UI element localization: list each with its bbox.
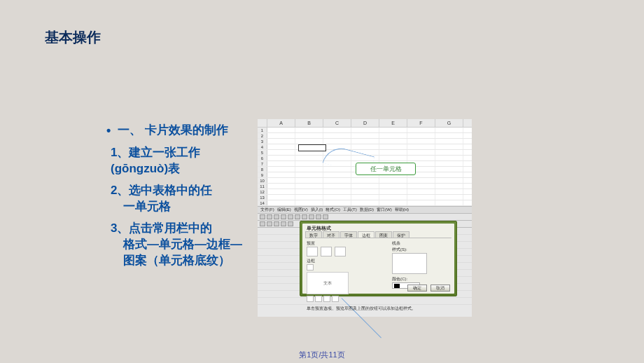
row-number: 10 xyxy=(258,178,267,183)
preset-none-icon xyxy=(307,247,318,256)
bullet-step-2: 2、选中表格中的任 一单元格 xyxy=(105,183,252,215)
border-btn-icon xyxy=(315,296,322,302)
cell-format-dialog: 单元格格式 数字 对齐 字体 边框 图案 保护 预置 xyxy=(300,221,457,296)
border-label: 边框 xyxy=(307,258,388,264)
menu-item: 工具(T) xyxy=(343,207,357,213)
border-btn-icon xyxy=(332,296,339,302)
toolbar-icon xyxy=(260,221,265,226)
toolbar-icon xyxy=(274,214,279,219)
row-number: 6 xyxy=(258,156,267,160)
col-header: B xyxy=(295,119,323,127)
toolbar-icon xyxy=(288,221,293,226)
line-style-list xyxy=(392,253,427,274)
slide-title: 基本操作 xyxy=(45,28,101,47)
preset-label: 预置 xyxy=(307,240,388,247)
border-btn-icon xyxy=(307,264,314,270)
dialog-tab-active: 边框 xyxy=(358,231,374,238)
col-header: A xyxy=(267,119,295,127)
row-number: 1 xyxy=(258,128,267,132)
color-label: 颜色(C): xyxy=(392,276,450,282)
menu-item: 文件(F) xyxy=(260,207,274,213)
line-label: 线条 xyxy=(392,240,450,247)
embedded-screenshot: A B C D E F G 1 2 3 4 5 6 7 8 9 10 11 12… xyxy=(258,119,472,317)
border-btn-icon xyxy=(323,296,330,302)
border-preview: 文本 xyxy=(307,272,349,294)
column-headers-row: A B C D E F G xyxy=(258,119,472,128)
toolbar xyxy=(258,214,472,221)
bullet-step-3: 3、点击常用栏中的 格式—单元格—边框—图案（单元格底纹） xyxy=(105,221,252,269)
toolbar-icon xyxy=(323,214,328,219)
page-footer: 第1页/共11页 xyxy=(0,350,644,360)
selected-cell xyxy=(298,144,326,151)
bullet-step-3-line1: 3、点击常用栏中的 xyxy=(111,221,212,235)
spreadsheet-upper: A B C D E F G 1 2 3 4 5 6 7 8 9 10 11 12… xyxy=(258,119,472,206)
toolbar-icon xyxy=(260,214,265,219)
row-number: 7 xyxy=(258,161,267,166)
col-header: F xyxy=(407,119,435,127)
menu-item: 数据(D) xyxy=(360,207,374,213)
bullet-main: 一、 卡片效果的制作 xyxy=(105,123,252,138)
dialog-tab: 图案 xyxy=(375,231,392,238)
menu-item: 视图(V) xyxy=(294,207,308,213)
content-list: 一、 卡片效果的制作 1、建立一张工作(gōngzuò)表 2、选中表格中的任 … xyxy=(105,123,252,275)
col-header: E xyxy=(379,119,407,127)
row-number: 2 xyxy=(258,133,267,138)
dialog-tab: 数字 xyxy=(305,231,322,238)
menubar: 文件(F) 编辑(E) 视图(V) 插入(I) 格式(O) 工具(T) 数据(D… xyxy=(258,207,472,214)
preset-outline-icon xyxy=(321,247,332,256)
row-number: 12 xyxy=(258,189,267,194)
spreadsheet-lower: 文件(F) 编辑(E) 视图(V) 插入(I) 格式(O) 工具(T) 数据(D… xyxy=(258,206,472,317)
row-number: 3 xyxy=(258,139,267,144)
row-number: 4 xyxy=(258,144,267,149)
row-number: 9 xyxy=(258,172,267,177)
style-label: 样式(S): xyxy=(392,247,450,253)
dialog-help-text: 单击预置选项、预览草图及上面的按钮可以添加边框样式。 xyxy=(305,304,451,313)
dialog-title: 单元格格式 xyxy=(305,225,451,231)
dialog-tab: 对齐 xyxy=(323,231,340,238)
dialog-tab: 保护 xyxy=(393,231,410,238)
row-number: 11 xyxy=(258,184,267,189)
row-number: 13 xyxy=(258,195,267,200)
row-number: 5 xyxy=(258,150,267,155)
dialog-body: 预置 边框 文本 xyxy=(305,238,451,304)
col-header: G xyxy=(435,119,463,127)
preset-inside-icon xyxy=(335,247,346,256)
bullet-step-2-line1: 2、选中表格中的任 xyxy=(111,184,212,197)
bullet-step-3-line2: 格式—单元格—边框—图案（单元格底纹） xyxy=(111,237,252,269)
toolbar-icon xyxy=(274,221,279,226)
bullet-step-2-line2: 一单元格 xyxy=(111,199,252,215)
menu-item: 插入(I) xyxy=(311,207,323,213)
color-swatch xyxy=(394,284,400,288)
col-header: C xyxy=(323,119,351,127)
callout-label: 任一单元格 xyxy=(356,163,416,175)
row-number: 8 xyxy=(258,167,267,172)
dialog-tabs: 数字 对齐 字体 边框 图案 保护 xyxy=(305,231,451,238)
toolbar-icon xyxy=(267,214,272,219)
ok-button: 确定 xyxy=(407,285,427,292)
col-header: D xyxy=(351,119,379,127)
cancel-button: 取消 xyxy=(430,285,450,292)
toolbar-icon xyxy=(295,214,300,219)
menu-item: 帮助(H) xyxy=(395,207,409,213)
toolbar-icon xyxy=(267,221,272,226)
border-btn-icon xyxy=(307,296,314,302)
toolbar-icon xyxy=(302,214,307,219)
toolbar-icon xyxy=(316,214,321,219)
toolbar-icon xyxy=(281,214,286,219)
toolbar-icon xyxy=(288,214,293,219)
row-number: 14 xyxy=(258,200,267,205)
toolbar-icon xyxy=(281,221,286,226)
bullet-step-1: 1、建立一张工作(gōngzuò)表 xyxy=(105,145,252,177)
menu-item: 窗口(W) xyxy=(377,207,392,213)
menu-item: 格式(O) xyxy=(326,207,340,213)
corner-cell xyxy=(258,119,267,127)
menu-item: 编辑(E) xyxy=(277,207,291,213)
dialog-tab: 字体 xyxy=(340,231,357,238)
toolbar-icon xyxy=(309,214,314,219)
